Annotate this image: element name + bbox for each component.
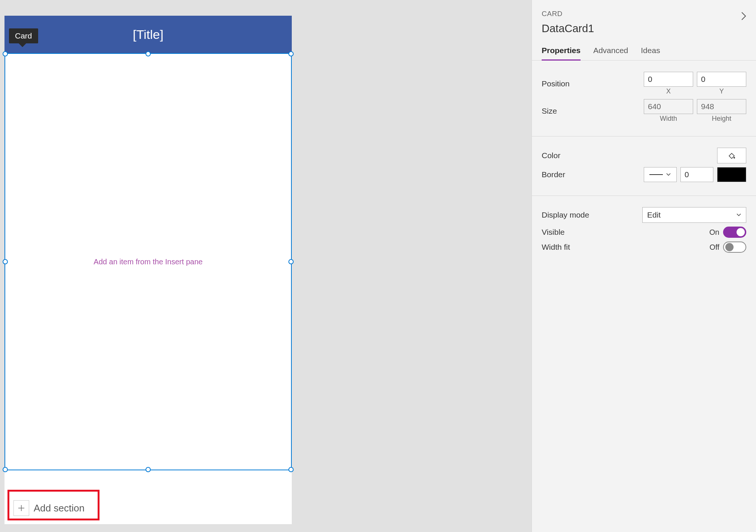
color-picker-button[interactable] bbox=[717, 148, 746, 163]
tab-ideas[interactable]: Ideas bbox=[641, 42, 660, 60]
visible-toggle[interactable] bbox=[723, 227, 746, 238]
border-style-preview bbox=[649, 174, 663, 175]
object-kind-label: CARD bbox=[542, 10, 746, 18]
card-container[interactable]: [Title] Add an item from the Insert pane… bbox=[4, 16, 292, 524]
canvas-area[interactable]: [Title] Add an item from the Insert pane… bbox=[0, 0, 532, 532]
size-height-input[interactable] bbox=[697, 99, 746, 114]
plus-icon bbox=[13, 500, 29, 516]
width-fit-label: Width fit bbox=[542, 243, 570, 252]
display-mode-value: Edit bbox=[647, 210, 661, 219]
tab-properties[interactable]: Properties bbox=[542, 42, 581, 60]
size-width-input[interactable] bbox=[644, 99, 693, 114]
position-y-sublabel: Y bbox=[697, 87, 746, 95]
add-section-button[interactable]: Add section bbox=[13, 500, 85, 516]
position-x-input[interactable] bbox=[644, 72, 693, 87]
width-fit-state-text: Off bbox=[710, 243, 719, 252]
position-y-input[interactable] bbox=[697, 72, 746, 87]
tooltip-label: Card bbox=[15, 31, 32, 40]
display-mode-select[interactable]: Edit bbox=[642, 207, 746, 223]
card-header[interactable]: [Title] bbox=[4, 16, 292, 53]
object-name: DataCard1 bbox=[542, 22, 746, 35]
paint-bucket-icon bbox=[727, 151, 736, 160]
border-style-dropdown[interactable] bbox=[644, 167, 677, 182]
border-label: Border bbox=[542, 170, 565, 179]
display-mode-label: Display mode bbox=[542, 210, 589, 219]
tooltip-card: Card bbox=[9, 28, 38, 43]
tab-advanced[interactable]: Advanced bbox=[593, 42, 628, 60]
size-label: Size bbox=[542, 107, 557, 116]
visible-label: Visible bbox=[542, 228, 564, 237]
chevron-right-icon bbox=[740, 11, 747, 21]
properties-panel: CARD DataCard1 Properties Advanced Ideas… bbox=[532, 0, 756, 532]
add-section-label: Add section bbox=[34, 502, 85, 514]
width-fit-toggle[interactable] bbox=[723, 242, 746, 253]
insert-hint: Add an item from the Insert pane bbox=[94, 258, 202, 266]
collapse-panel-button[interactable] bbox=[740, 12, 748, 20]
svg-point-0 bbox=[734, 157, 735, 159]
position-label: Position bbox=[542, 79, 570, 88]
tabs: Properties Advanced Ideas bbox=[532, 42, 756, 61]
chevron-down-icon bbox=[736, 212, 741, 218]
size-width-sublabel: Width bbox=[644, 115, 693, 123]
border-width-input[interactable] bbox=[680, 167, 713, 182]
position-x-sublabel: X bbox=[644, 87, 693, 95]
color-label: Color bbox=[542, 151, 560, 160]
border-color-swatch[interactable] bbox=[717, 167, 746, 182]
card-body[interactable]: Add an item from the Insert pane bbox=[4, 53, 292, 470]
chevron-down-icon bbox=[666, 172, 671, 177]
card-title: [Title] bbox=[133, 27, 163, 42]
size-height-sublabel: Height bbox=[697, 115, 746, 123]
visible-state-text: On bbox=[709, 228, 719, 237]
